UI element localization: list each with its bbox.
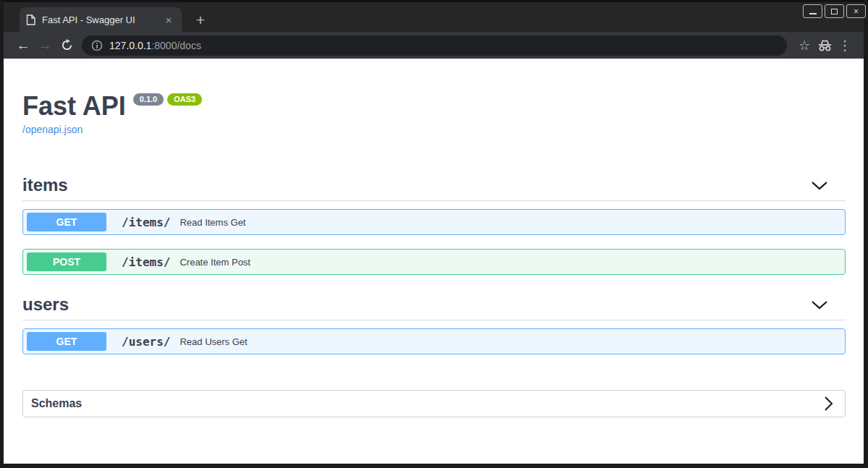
operation-path: /items/	[122, 255, 170, 269]
close-icon: ×	[854, 7, 859, 16]
url-path: :8000/docs	[151, 40, 201, 51]
url-host: 127.0.0.1	[109, 40, 151, 51]
refresh-icon	[61, 39, 73, 51]
browser-tab[interactable]: Fast API - Swagger UI ×	[20, 7, 182, 32]
minimize-button[interactable]	[803, 4, 822, 18]
tag-header-users[interactable]: users	[22, 294, 846, 320]
browser-toolbar: ← → 127.0.0.1:8000/docs ☆	[4, 32, 864, 59]
window-controls: ×	[803, 4, 866, 18]
api-title-row: Fast API 0.1.0 OAS3	[22, 92, 846, 121]
page-document-icon	[26, 14, 35, 25]
oas3-badge: OAS3	[167, 93, 202, 106]
method-badge: POST	[27, 252, 106, 271]
tag-header-items[interactable]: items	[22, 175, 846, 201]
operation-summary: Read Users Get	[180, 336, 247, 347]
schemas-section-header[interactable]: Schemas	[22, 390, 846, 417]
tag-section-items: items GET /items/ Read Items Get POST /i…	[22, 175, 846, 275]
forward-icon: →	[38, 38, 52, 52]
star-icon: ☆	[799, 38, 810, 54]
version-badge: 0.1.0	[133, 93, 164, 106]
operation-row-get-items[interactable]: GET /items/ Read Items Get	[22, 209, 846, 235]
tag-section-users: users GET /users/ Read Users Get	[22, 294, 846, 354]
schemas-label: Schemas	[31, 397, 82, 410]
method-badge: GET	[27, 213, 106, 231]
titlebar: Fast API - Swagger UI × + ×	[4, 0, 864, 32]
operation-row-get-users[interactable]: GET /users/ Read Users Get	[22, 328, 846, 354]
chevron-right-icon	[824, 396, 833, 412]
new-tab-button[interactable]: +	[190, 10, 211, 30]
tag-title: items	[22, 175, 68, 195]
close-button[interactable]: ×	[846, 4, 866, 18]
tag-title: users	[22, 294, 69, 315]
operation-row-post-items[interactable]: POST /items/ Create Item Post	[22, 249, 846, 275]
maximize-button[interactable]	[825, 4, 844, 18]
method-badge: GET	[27, 332, 106, 351]
page-title: Fast API	[22, 92, 126, 121]
refresh-button[interactable]	[56, 35, 77, 56]
chevron-down-icon	[811, 181, 828, 190]
forward-button[interactable]: →	[34, 35, 56, 56]
incognito-indicator	[814, 35, 835, 56]
browser-menu-button[interactable]: ⋮	[835, 35, 855, 56]
page-info-icon[interactable]	[91, 40, 103, 51]
kebab-menu-icon: ⋮	[838, 38, 851, 54]
operation-path: /items/	[122, 216, 170, 229]
minimize-icon	[809, 13, 817, 14]
operation-summary: Create Item Post	[180, 257, 250, 268]
url-bar[interactable]: 127.0.0.1:8000/docs	[82, 35, 787, 56]
incognito-icon	[817, 39, 833, 52]
operation-summary: Read Items Get	[180, 217, 245, 228]
collapse-users-button[interactable]	[811, 300, 828, 310]
maximize-icon	[831, 9, 838, 14]
back-button[interactable]: ←	[12, 35, 34, 56]
operation-path: /users/	[122, 335, 170, 349]
swagger-page: Fast API 0.1.0 OAS3 /openapi.json items …	[4, 59, 864, 464]
back-icon: ←	[17, 38, 30, 52]
api-info: Fast API 0.1.0 OAS3 /openapi.json	[22, 92, 846, 136]
collapse-items-button[interactable]	[811, 181, 828, 190]
chevron-down-icon	[811, 300, 828, 310]
browser-window: Fast API - Swagger UI × + × ← → 127.0.0.…	[0, 0, 868, 468]
bookmark-star-button[interactable]: ☆	[794, 35, 814, 56]
tab-close-icon[interactable]: ×	[162, 13, 175, 26]
title-badges: 0.1.0 OAS3	[133, 93, 202, 106]
openapi-spec-link[interactable]: /openapi.json	[22, 124, 83, 135]
tab-title: Fast API - Swagger UI	[42, 14, 162, 25]
